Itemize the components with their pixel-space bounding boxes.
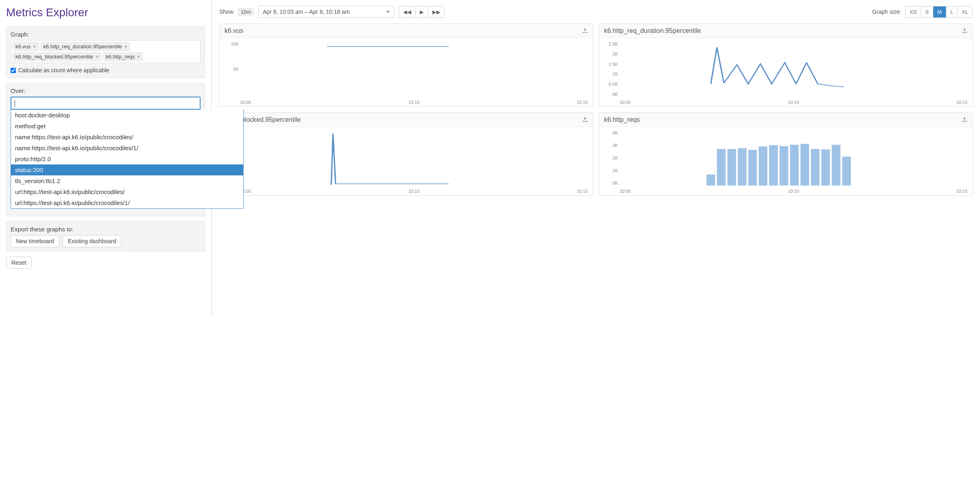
over-option[interactable]: name:https://test-api.k6.io/public/croco… — [11, 132, 243, 143]
x-tick: 10:10 — [788, 189, 799, 194]
calculate-count-row[interactable]: Calculate as count where applicable — [11, 67, 201, 73]
graphs-grid: k6.vus 100 50 10:05 — [219, 24, 973, 196]
plot-area — [620, 130, 967, 186]
bar — [821, 149, 830, 186]
x-axis-ticks: 10:05 10:10 10:15 — [240, 189, 588, 194]
bar — [738, 148, 746, 186]
y-tick: 1K — [602, 71, 618, 76]
over-option[interactable]: proto:http/2.0 — [11, 153, 243, 164]
timerange-select[interactable]: Apr 8, 10:03 am – Apr 8, 10:18 am — [258, 6, 395, 18]
show-label: Show — [219, 9, 233, 15]
plot-area — [620, 41, 967, 97]
x-tick: 10:15 — [956, 189, 967, 194]
export-icon[interactable] — [582, 117, 588, 123]
main: Show 15m Apr 8, 10:03 am – Apr 8, 10:18 … — [212, 0, 980, 317]
y-tick: 1.5K — [602, 62, 618, 67]
duration-pill[interactable]: 15m — [237, 8, 254, 16]
bar — [811, 149, 819, 186]
x-tick: 10:10 — [408, 189, 420, 194]
timerange-label: Apr 8, 10:03 am – Apr 8, 10:18 am — [263, 9, 350, 15]
reset-button[interactable]: Reset — [6, 257, 32, 269]
text-caret-icon — [15, 100, 15, 107]
metric-token-label: k6.vus — [15, 43, 31, 50]
size-xl-button[interactable]: XL — [958, 6, 972, 17]
toolbar: Show 15m Apr 8, 10:03 am – Apr 8, 10:18 … — [219, 6, 973, 18]
bar — [717, 149, 725, 186]
over-option[interactable]: method:get — [11, 121, 243, 132]
x-axis-ticks: 10:05 10:10 10:15 — [620, 100, 967, 105]
graph-panel: Graph: k6.vus × k6.http_req_duration.95p… — [6, 26, 205, 78]
x-tick: 10:05 — [620, 189, 631, 194]
fast-forward-button[interactable]: ▶▶ — [428, 6, 445, 17]
x-tick: 10:10 — [788, 100, 799, 105]
y-tick: 100 — [222, 41, 238, 46]
graph-card-blocked: _req_blocked.95percentile 10:05 10:10 10… — [219, 112, 593, 196]
over-option[interactable]: url:https://test-api.k6.io/public/crocod… — [11, 186, 243, 197]
metric-token-label: k6.http_req_duration.95percentile — [43, 43, 122, 50]
over-option[interactable]: host:docker-desktop — [11, 110, 243, 121]
y-tick: 2K — [602, 52, 618, 56]
play-button[interactable]: ▶ — [416, 6, 428, 17]
y-tick: 3K — [602, 143, 618, 148]
size-s-button[interactable]: S — [921, 6, 933, 17]
calculate-count-label: Calculate as count where applicable — [18, 67, 109, 73]
x-axis-ticks: 10:05 10:10 10:15 — [620, 189, 967, 194]
y-tick: 2K — [602, 155, 618, 160]
export-icon[interactable] — [962, 28, 967, 34]
over-option[interactable]: url:https://test-api.k6.io/public/crocod… — [11, 197, 243, 208]
y-tick: 0K — [602, 92, 618, 97]
graph-title: k6.http_reqs — [604, 116, 640, 123]
metric-token[interactable]: k6.vus × — [13, 42, 39, 51]
graph-card-duration: k6.http_req_duration.95percentile 2.5K 2… — [599, 24, 973, 107]
metric-token[interactable]: k6.http_req_blocked.95percentile × — [13, 52, 101, 61]
graph-size-buttons: XS S M L XL — [905, 6, 973, 18]
rewind-button[interactable]: ◀◀ — [399, 6, 416, 17]
x-axis-ticks: 10:05 10:10 10:15 — [240, 100, 588, 105]
y-tick: 0.5K — [602, 82, 618, 86]
close-icon[interactable]: × — [33, 44, 36, 50]
y-tick: 0K — [602, 181, 618, 186]
over-option[interactable]: name:https://test-api.k6.io/public/croco… — [11, 143, 243, 153]
bar — [832, 145, 840, 186]
over-panel-label: Over: — [11, 87, 201, 94]
calculate-count-checkbox[interactable] — [11, 68, 16, 73]
size-l-button[interactable]: L — [946, 6, 958, 17]
x-tick: 10:15 — [956, 100, 967, 105]
new-timeboard-button[interactable]: New timeboard — [11, 235, 59, 247]
y-axis-ticks: 100 50 — [222, 41, 238, 97]
over-option[interactable]: status:200 — [11, 164, 243, 175]
export-icon[interactable] — [582, 28, 588, 34]
chevron-down-icon — [386, 11, 390, 13]
line-series — [331, 134, 449, 185]
export-icon[interactable] — [962, 117, 967, 123]
metric-token[interactable]: k6.http_req_duration.95percentile × — [41, 42, 130, 51]
graph-title: k6.http_req_duration.95percentile — [604, 27, 701, 35]
bar — [748, 150, 757, 186]
playback-controls: ◀◀ ▶ ▶▶ — [399, 6, 445, 18]
size-m-button[interactable]: M — [933, 6, 946, 17]
page-title: Metrics Explorer — [6, 6, 205, 19]
export-panel-label: Export these graphs to: — [11, 226, 201, 233]
sidebar: Metrics Explorer Graph: k6.vus × k6.http… — [0, 0, 212, 317]
over-option[interactable]: tls_version:tls1.2 — [11, 175, 243, 186]
x-tick: 10:15 — [576, 100, 588, 105]
size-xs-button[interactable]: XS — [906, 6, 921, 17]
y-tick: 1K — [602, 168, 618, 173]
x-tick: 10:15 — [576, 189, 588, 194]
x-tick: 10:05 — [240, 100, 251, 105]
close-icon[interactable]: × — [124, 44, 127, 50]
x-tick: 10:05 — [620, 100, 631, 105]
over-input[interactable] — [11, 97, 201, 110]
metric-token[interactable]: k6.http_reqs × — [103, 52, 143, 61]
close-icon[interactable]: × — [137, 54, 140, 60]
graph-metrics-input[interactable]: k6.vus × k6.http_req_duration.95percenti… — [11, 40, 201, 63]
bar — [842, 157, 850, 186]
existing-dashboard-button[interactable]: Existing dashboard — [63, 235, 121, 247]
plot-area — [240, 130, 588, 186]
close-icon[interactable]: × — [96, 54, 99, 60]
y-axis-ticks: 4K 3K 2K 1K 0K — [602, 130, 618, 186]
fast-forward-icon: ▶▶ — [432, 9, 440, 15]
bar — [790, 145, 799, 186]
bar — [759, 147, 767, 186]
bar — [779, 146, 788, 186]
